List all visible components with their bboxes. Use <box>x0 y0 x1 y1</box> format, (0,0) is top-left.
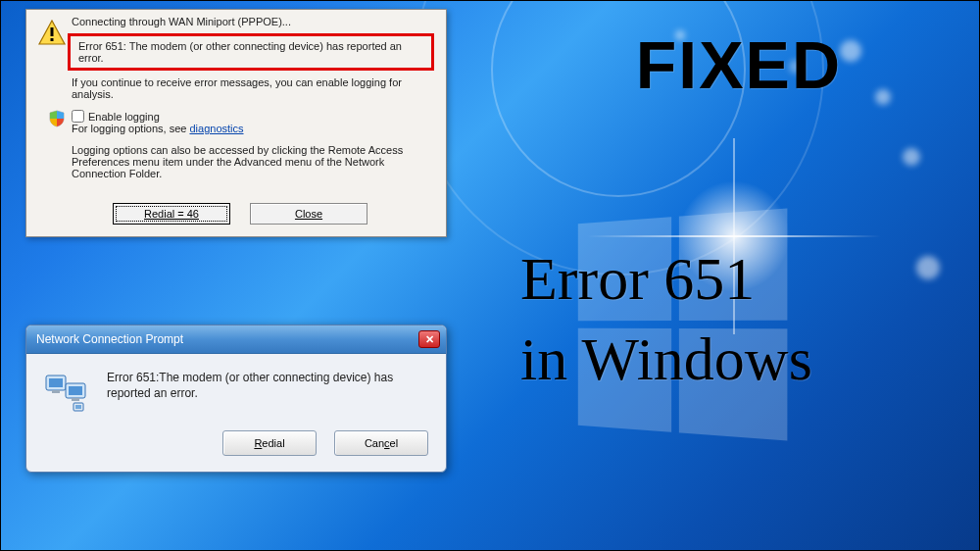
error-connection-dialog: Connecting through WAN Miniport (PPPOE).… <box>25 9 447 237</box>
logging-note: Logging options can also be accessed by … <box>72 144 434 179</box>
svg-rect-5 <box>52 390 60 393</box>
warning-icon <box>38 20 66 47</box>
shield-icon <box>48 110 66 129</box>
close-button[interactable]: Close <box>250 203 368 225</box>
prompt-message: Error 651:The modem (or other connecting… <box>107 370 428 401</box>
network-computers-icon <box>44 370 91 417</box>
svg-rect-8 <box>72 398 79 401</box>
svg-rect-7 <box>69 386 82 395</box>
diagnostics-line: For logging options, see diagnostics <box>72 123 434 134</box>
svg-rect-4 <box>49 378 63 387</box>
cancel-button[interactable]: Cancel <box>334 430 428 456</box>
headline-line2: in Windows <box>520 325 812 394</box>
close-icon[interactable]: ✕ <box>418 330 440 348</box>
svg-rect-1 <box>51 27 54 36</box>
network-connection-prompt-dialog: Network Connection Prompt ✕ Error 651:Th… <box>25 325 447 473</box>
svg-rect-2 <box>51 38 54 41</box>
enable-logging-checkbox[interactable] <box>72 110 84 123</box>
redial-button[interactable]: Redial <box>222 430 317 456</box>
headline-fixed: FIXED <box>636 26 842 103</box>
dialog-status-text: Connecting through WAN Miniport (PPPOE).… <box>72 16 434 27</box>
hint-text: If you continue to receive error message… <box>72 76 434 100</box>
enable-logging-label: Enable logging <box>88 111 160 123</box>
headline-line1: Error 651 <box>520 244 755 314</box>
enable-logging-row[interactable]: Enable logging <box>72 110 434 123</box>
dialog-title: Network Connection Prompt <box>36 332 183 346</box>
redial-button[interactable]: Redial = 46 <box>113 203 230 225</box>
error-message-text: Error 651: The modem (or other connectin… <box>78 40 402 64</box>
error-message-highlight: Error 651: The modem (or other connectin… <box>68 33 434 71</box>
diagnostics-link[interactable]: diagnostics <box>189 123 243 134</box>
dialog-titlebar: Network Connection Prompt ✕ <box>26 326 446 354</box>
svg-rect-10 <box>75 405 81 409</box>
